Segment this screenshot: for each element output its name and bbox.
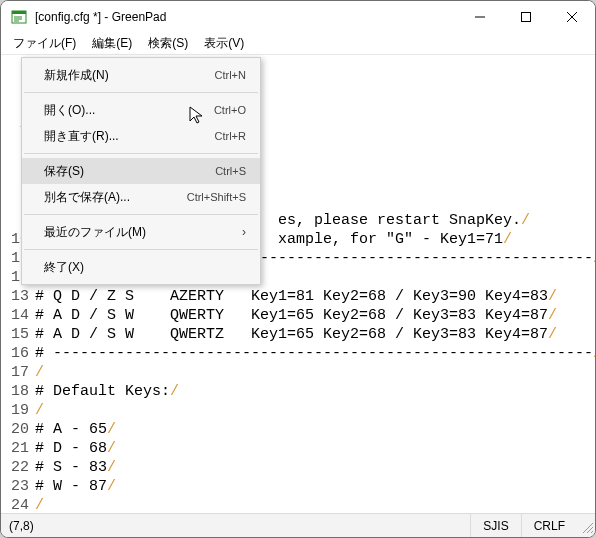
menu-item[interactable]: 終了(X) [22,254,260,280]
menu-item-label: 開く(O)... [44,102,214,119]
menu-item-shortcut: Ctrl+S [215,165,246,177]
line-number: 22 [1,458,29,477]
editor-line: / [35,363,595,382]
editor-line: # A - 65/ [35,420,595,439]
menubar-item[interactable]: 編集(E) [84,33,140,54]
menubar-item[interactable]: 検索(S) [140,33,196,54]
menu-item[interactable]: 開き直す(R)...Ctrl+R [22,123,260,149]
eol-mark-icon: / [107,421,116,438]
line-number: 24 [1,496,29,513]
eol-mark-icon: / [107,440,116,457]
eol-mark-icon: / [107,478,116,495]
menu-item-shortcut: Ctrl+N [215,69,246,81]
app-icon [11,9,27,25]
menu-item-label: 別名で保存(A)... [44,189,187,206]
editor-line: # W - 87/ [35,477,595,496]
editor-line: # A D / S W QWERTZ Key1=65 Key2=68 / Key… [35,325,595,344]
line-number: 19 [1,401,29,420]
svg-rect-1 [12,11,26,14]
eol-mark-icon: / [35,364,44,381]
menu-item[interactable]: 新規作成(N)Ctrl+N [22,62,260,88]
titlebar: [config.cfg *] - GreenPad [1,1,595,33]
close-button[interactable] [549,1,595,33]
menu-separator [24,153,258,154]
eol-mark-icon: / [35,497,44,513]
editor-line: # D - 68/ [35,439,595,458]
editor-line: # Default Keys:/ [35,382,595,401]
window-controls [457,1,595,33]
editor-line: # S - 83/ [35,458,595,477]
svg-line-11 [591,531,593,533]
eol-mark-icon: / [593,250,595,267]
editor-line: # --------------------------------------… [35,344,595,363]
menu-item-label: 新規作成(N) [44,67,215,84]
menu-item[interactable]: 保存(S)Ctrl+S [22,158,260,184]
menu-item-shortcut: Ctrl+R [215,130,246,142]
eol-mark-icon: / [521,212,530,229]
menu-separator [24,92,258,93]
line-number: 14 [1,306,29,325]
editor-line: # Q D / Z S AZERTY Key1=81 Key2=68 / Key… [35,287,595,306]
maximize-button[interactable] [503,1,549,33]
menubar-item[interactable]: ファイル(F) [5,33,84,54]
menu-item-label: 保存(S) [44,163,215,180]
line-number: 17 [1,363,29,382]
window-title: [config.cfg *] - GreenPad [35,10,166,24]
eol-mark-icon: / [548,326,557,343]
menu-item-label: 終了(X) [44,259,246,276]
minimize-button[interactable] [457,1,503,33]
chevron-right-icon: › [242,225,246,239]
editor-line: / [35,496,595,513]
eol-mark-icon: / [107,459,116,476]
svg-rect-6 [522,13,531,22]
line-number: 18 [1,382,29,401]
menu-separator [24,249,258,250]
menubar-item[interactable]: 表示(V) [196,33,252,54]
resize-grip[interactable] [577,517,595,535]
line-number: 13 [1,287,29,306]
menubar: ファイル(F)編集(E)検索(S)表示(V) [1,33,595,55]
app-window: [config.cfg *] - GreenPad ファイル(F)編集(E)検索… [0,0,596,538]
statusbar: (7,8) SJIS CRLF [1,513,595,537]
eol-mark-icon: / [35,402,44,419]
editor-line: # A D / S W QWERTY Key1=65 Key2=68 / Key… [35,306,595,325]
line-number: 20 [1,420,29,439]
eol-mark-icon: / [548,288,557,305]
lineending-indicator[interactable]: CRLF [521,514,577,537]
menu-item[interactable]: 最近のファイル(M)› [22,219,260,245]
eol-mark-icon: / [170,383,179,400]
menu-separator [24,214,258,215]
line-number: 15 [1,325,29,344]
editor-line: / [35,401,595,420]
eol-mark-icon: / [548,307,557,324]
line-number: 16 [1,344,29,363]
encoding-indicator[interactable]: SJIS [470,514,520,537]
menu-item-shortcut: Ctrl+Shift+S [187,191,246,203]
eol-mark-icon: / [503,231,512,248]
menu-item-label: 開き直す(R)... [44,128,215,145]
menu-item-label: 最近のファイル(M) [44,224,242,241]
line-number: 21 [1,439,29,458]
menu-item[interactable]: 開く(O)...Ctrl+O [22,97,260,123]
menu-item[interactable]: 別名で保存(A)...Ctrl+Shift+S [22,184,260,210]
menu-item-shortcut: Ctrl+O [214,104,246,116]
line-number: 23 [1,477,29,496]
eol-mark-icon: / [593,345,595,362]
file-menu-dropdown: 新規作成(N)Ctrl+N開く(O)...Ctrl+O開き直す(R)...Ctr… [21,57,261,285]
cursor-position: (7,8) [1,519,470,533]
